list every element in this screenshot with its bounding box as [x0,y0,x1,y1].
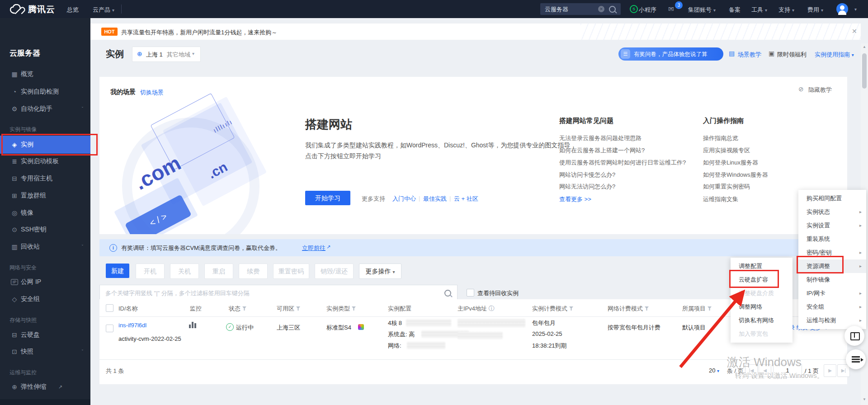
nav-support[interactable]: 支持▾ [778,6,794,14]
region-current[interactable]: 上海 1 [146,51,163,59]
sidebar-item-security-group[interactable]: ◇安全组 [0,291,90,308]
menu-item-ip-nic[interactable]: IP/网卡▸ [798,287,866,300]
nav-group-account[interactable]: 集团账号▾ [688,6,716,14]
sidebar-item-snapshot[interactable]: ⊡快照 ˇ [0,343,90,360]
menu-item-resource-adjust[interactable]: 资源调整▸ [798,259,866,273]
submenu-item-switch-vpc[interactable]: 切换私有网络 [731,314,793,327]
sidebar-item-launch-template[interactable]: ≣实例启动模板 [0,153,90,170]
faq-see-more-link[interactable]: 查看更多 >> [559,195,591,203]
survey-go-link[interactable]: 立即前往 [302,244,326,252]
clear-icon[interactable]: ✕ [598,6,604,12]
guide-item[interactable]: 应用实操视频专区 [703,146,750,155]
scrollbar-thumb[interactable] [862,53,867,89]
sidebar-item-recycle-bin[interactable]: ▥回收站 ˇ [0,238,90,255]
menu-item-make-image[interactable]: 制作镜像 [798,273,866,287]
guide-item[interactable]: 操作指南总览 [703,134,738,142]
chevron-down-icon[interactable]: ▾ [854,7,857,12]
destroy-button[interactable]: 销毁/退还 [315,264,354,279]
col-type[interactable]: 实例类型 [326,305,356,313]
survey-ribbon[interactable]: ☰ 有奖问卷，产品体验您说了算 [618,47,723,61]
nav-overview[interactable]: 总览 [67,6,79,14]
faq-item[interactable]: 使用云服务器托管网站时如何进行日常运维工作? [559,159,686,167]
filter-icon[interactable] [242,306,246,311]
region-other[interactable]: 其它地域 [167,51,190,59]
filter-icon[interactable] [708,306,712,311]
view-recycle-label[interactable]: 查看待回收实例 [477,289,519,297]
instance-id-link[interactable]: ins-if97l6dl [118,322,146,329]
documentation-fab-button[interactable] [844,326,864,346]
more-actions-button[interactable]: 更多操作 ▾ [359,264,401,279]
renew-button[interactable]: 续费 [239,264,268,279]
view-recycle-checkbox[interactable] [467,289,474,297]
sidebar-item-ssh-keys[interactable]: ⊙SSH密钥 [0,221,90,238]
sidebar-item-automation[interactable]: ⚙自动化助手 ˇ [0,100,90,118]
nav-miniprogram[interactable]: 小程序 [639,6,656,14]
submenu-item-adjust-config[interactable]: 调整配置 [731,259,793,273]
instance-guide-link[interactable]: 实例使用指南 ▾ [815,51,854,59]
sidebar-item-overview[interactable]: ▦概览 [0,66,90,83]
power-on-button[interactable]: 开机 [136,264,165,279]
info-icon[interactable]: ⓘ [489,305,495,312]
guide-item[interactable]: 如何登录Windows服务器 [703,171,768,179]
benefit-link[interactable]: 限时领福利 [777,51,807,59]
sidebar-item-self-check[interactable]: ◔实例自助检测 [0,83,90,100]
sidebar-item-instances[interactable]: ◈实例 [0,136,90,154]
sidebar-item-cloud-disk[interactable]: ⊟云硬盘 [0,326,90,344]
page-number-input[interactable]: 1 [773,364,802,377]
submenu-item-disk-expand[interactable]: 云硬盘扩容 [731,273,793,287]
menu-item-instance-status[interactable]: 实例状态▸ [798,205,866,219]
submenu-item-adjust-network[interactable]: 调整网络 [731,300,793,314]
page-last-button[interactable]: ▶| [837,364,850,377]
reset-password-button[interactable]: 重置密码 [273,264,309,279]
brand-name[interactable]: 腾讯云 [28,4,55,15]
nav-products[interactable]: 云产品▾ [93,6,114,14]
tencent-cloud-logo-icon[interactable] [10,4,25,14]
close-icon[interactable]: ✕ [852,28,857,35]
nav-beian[interactable]: 备案 [729,6,741,14]
filter-search-input[interactable]: 多个关键字用竖线 "|" 分隔，多个过滤标签用回车键分隔 [99,285,458,300]
hide-teaching-link[interactable]: 隐藏教学 [808,86,832,94]
page-size-select[interactable]: 20 ▾ [709,367,719,374]
guide-item[interactable]: 如何重置实例密码 [703,183,750,191]
more-support-label[interactable]: 更多支持 [362,195,385,203]
search-icon[interactable] [444,290,451,297]
nav-billing[interactable]: 费用▾ [807,6,823,14]
best-practice-link[interactable]: 最佳实践 [423,195,447,203]
menu-item-instance-settings[interactable]: 实例设置▸ [798,219,866,232]
page-prev-button[interactable]: ◀ [759,364,771,377]
row-checkbox[interactable] [106,325,113,332]
guide-item[interactable]: 运维指南文集 [703,195,738,203]
col-net-billing[interactable]: 网络计费模式 [608,305,649,313]
faq-item[interactable]: 网站访问卡慢怎么办? [559,171,615,179]
sidebar-item-auto-scaling[interactable]: ⊕弹性伸缩 ↗ [0,378,90,396]
search-icon[interactable] [609,6,616,13]
page-next-button[interactable]: ▶ [824,364,836,377]
scroll-up-icon[interactable]: ▲ [861,43,868,51]
filter-icon[interactable] [352,306,356,311]
col-zone[interactable]: 可用区 [277,305,300,313]
sidebar-item-images[interactable]: ◎镜像 [0,204,90,221]
mail-icon[interactable]: ✉ [668,5,674,13]
cloud-community-link[interactable]: 云 + 社区 [454,195,478,203]
menu-item-password-key[interactable]: 密码/密钥▸ [798,246,866,259]
guide-item[interactable]: 如何登录Linux服务器 [703,159,758,167]
top-search-box[interactable]: 云服务器 ✕ [540,3,621,15]
getting-started-link[interactable]: 入门中心 [392,195,416,203]
sidebar-item-dedicated-host[interactable]: ⊟专用宿主机 [0,170,90,187]
create-button[interactable]: 新建 [106,264,129,278]
avatar[interactable] [836,3,848,15]
nav-tools[interactable]: 工具▾ [751,6,767,14]
menu-item-buy-same[interactable]: 购买相同配置 [798,192,866,205]
region-selector[interactable]: ⊕ 上海 1 其它地域 ▾ [132,47,201,62]
select-all-checkbox[interactable] [106,304,113,312]
col-status[interactable]: 状态 [229,305,246,313]
faq-item[interactable]: 如何在云服务器上搭建一个网站? [559,146,645,155]
col-project[interactable]: 所属项目 [682,305,712,313]
monitor-chart-icon[interactable] [192,322,193,328]
filter-icon[interactable] [296,306,300,311]
col-billing[interactable]: 实例计费模式 [532,305,573,313]
menu-item-security-group[interactable]: 安全组▸ [798,300,866,314]
restart-button[interactable]: 重启 [204,264,233,279]
power-off-button[interactable]: 关机 [170,264,199,279]
filter-icon[interactable] [645,306,649,311]
